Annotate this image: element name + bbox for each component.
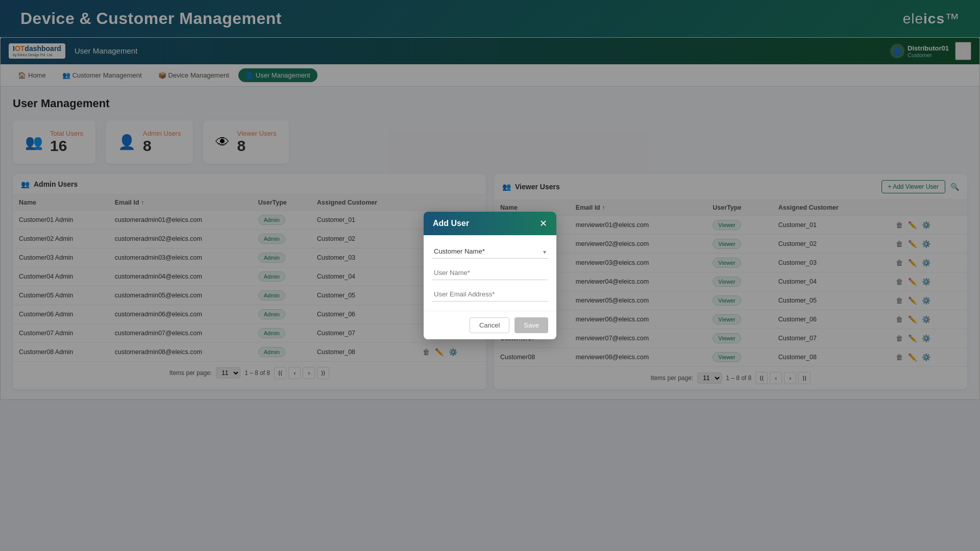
customer-name-field: Customer Name* ▾ <box>432 244 548 259</box>
modal-overlay: Add User ✕ Customer Name* ▾ Cancel Save <box>0 0 980 400</box>
user-email-field <box>432 287 548 302</box>
add-user-modal: Add User ✕ Customer Name* ▾ Cancel Save <box>424 212 556 339</box>
modal-body: Customer Name* ▾ <box>424 235 556 311</box>
user-email-input[interactable] <box>432 287 548 302</box>
modal-header: Add User ✕ <box>424 212 556 235</box>
modal-save-button[interactable]: Save <box>514 317 548 333</box>
modal-title: Add User <box>433 219 469 228</box>
modal-close-button[interactable]: ✕ <box>540 219 547 228</box>
user-name-field <box>432 266 548 280</box>
modal-footer: Cancel Save <box>424 311 556 339</box>
customer-name-select[interactable]: Customer Name* <box>432 244 548 259</box>
modal-cancel-button[interactable]: Cancel <box>470 317 509 333</box>
user-name-input[interactable] <box>432 266 548 280</box>
